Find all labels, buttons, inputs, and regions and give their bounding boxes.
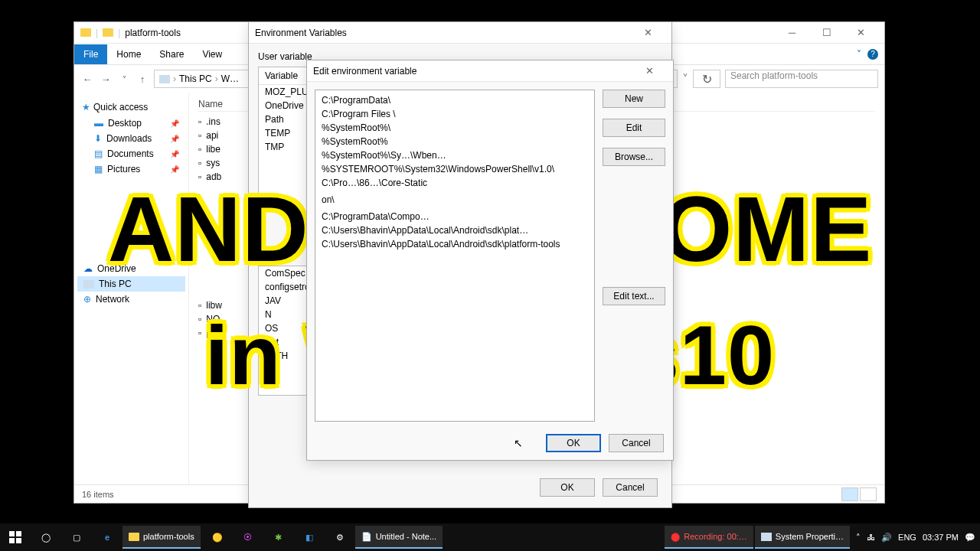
sidebar-item-documents[interactable]: ▤Documents📌	[77, 146, 185, 161]
window-title: platform-tools	[125, 28, 181, 38]
sidebar-item-downloads[interactable]: ⬇Downloads📌	[77, 131, 185, 146]
path-item[interactable]: C:\Pro…\86…\Core-Static	[315, 176, 594, 190]
path-item[interactable]: %SystemRoot%\	[315, 121, 594, 135]
ribbon-file[interactable]: File	[74, 44, 107, 64]
svg-rect-0	[9, 531, 15, 536]
close-button[interactable]: ✕	[631, 22, 665, 44]
edit-env-dialog: Edit environment variable ✕ C:\ProgramDa…	[306, 60, 674, 461]
envvars-titlebar: Environment Variables ✕	[249, 22, 671, 44]
up-button[interactable]: ↑	[136, 73, 149, 85]
ok-button[interactable]: OK	[540, 478, 595, 497]
ribbon-share[interactable]: Share	[150, 44, 193, 64]
help-icon[interactable]: ?	[867, 49, 878, 60]
svg-rect-2	[9, 538, 15, 543]
view-large-icon[interactable]	[860, 487, 877, 501]
system-tray[interactable]: ˄ 🖧 🔊 ENG 03:37 PM 💬	[851, 533, 980, 543]
taskbar-item[interactable]: 📄Untitled - Note...	[355, 526, 443, 549]
cancel-button[interactable]: Cancel	[603, 478, 658, 497]
volume-icon[interactable]: 🔊	[881, 533, 892, 543]
app-icon[interactable]: ⦿	[233, 523, 263, 551]
forward-button[interactable]: →	[99, 73, 113, 85]
edge-icon[interactable]: e	[92, 523, 122, 551]
dialog-title: Environment Variables	[255, 28, 347, 38]
path-list[interactable]: C:\ProgramData\ C:\Program Files \ %Syst…	[315, 90, 595, 422]
path-item[interactable]: C:\ProgramData\Compo…	[315, 210, 594, 223]
language-label[interactable]: ENG	[898, 533, 916, 542]
cortana-icon[interactable]: ◯	[31, 523, 61, 551]
close-button[interactable]: ✕	[844, 22, 878, 44]
edit-text-button[interactable]: Edit text...	[603, 287, 665, 305]
path-item[interactable]: C:\Program Files \	[315, 107, 594, 121]
cancel-button[interactable]: Cancel	[609, 434, 664, 452]
cursor-icon: ↖	[514, 437, 523, 455]
app-icon[interactable]: ✱	[263, 523, 294, 551]
path-item[interactable]: %SYSTEMROOT%\System32\WindowsPowerShell\…	[315, 162, 594, 176]
close-button[interactable]: ✕	[632, 60, 667, 82]
path-item[interactable]: on\	[315, 193, 594, 207]
settings-icon[interactable]: ⚙	[325, 523, 355, 551]
ribbon-view[interactable]: View	[193, 44, 231, 64]
taskbar-item[interactable]: System Properti…	[755, 526, 850, 549]
svg-rect-3	[16, 538, 21, 543]
pc-icon	[83, 280, 94, 289]
new-button[interactable]: New	[603, 90, 665, 108]
dialog-title: Edit environment variable	[313, 66, 416, 77]
app-icon[interactable]: ◧	[294, 523, 325, 551]
tray-chevron-icon[interactable]: ˄	[856, 533, 861, 543]
taskbar: ◯ ▢ e platform-tools 🟡 ⦿ ✱ ◧ ⚙ 📄Untitled…	[0, 523, 980, 551]
editenv-titlebar: Edit environment variable ✕	[307, 60, 673, 82]
clock[interactable]: 03:37 PM	[923, 533, 959, 542]
sidebar-item-network[interactable]: ⊕Network	[77, 292, 185, 307]
back-button[interactable]: ←	[80, 73, 94, 85]
edit-button[interactable]: Edit	[603, 119, 665, 137]
folder-icon	[103, 28, 113, 37]
sidebar-item-desktop[interactable]: ▬Desktop📌	[77, 116, 185, 131]
sidebar-item-thispc[interactable]: This PC	[77, 276, 185, 292]
sidebar-item-onedrive[interactable]: ☁OneDrive	[77, 261, 185, 276]
sidebar-item-pictures[interactable]: ▦Pictures📌	[77, 161, 185, 177]
taskbar-item[interactable]: platform-tools	[122, 526, 201, 549]
path-item[interactable]: C:\Users\Bhavin\AppData\Local\Android\sd…	[315, 237, 594, 251]
browse-button[interactable]: Browse...	[603, 148, 665, 166]
minimize-button[interactable]: ─	[775, 22, 809, 44]
maximize-button[interactable]: ☐	[809, 22, 844, 44]
svg-rect-1	[16, 531, 21, 536]
folder-icon	[80, 28, 91, 37]
notifications-icon[interactable]: 💬	[965, 533, 975, 543]
quick-access[interactable]: ★Quick access	[77, 99, 185, 116]
path-item[interactable]: %SystemRoot%\Sy…\Wben…	[315, 148, 594, 162]
taskbar-item-recording[interactable]: ⬤Recording: 00:…	[665, 526, 753, 549]
ribbon-home[interactable]: Home	[107, 44, 150, 64]
item-count: 16 items	[82, 490, 114, 499]
path-item[interactable]: %SystemRoot%	[315, 135, 594, 148]
chrome-icon[interactable]: 🟡	[202, 523, 233, 551]
start-button[interactable]	[0, 523, 31, 551]
pc-icon	[159, 75, 170, 83]
network-icon[interactable]: 🖧	[867, 533, 875, 542]
ok-button[interactable]: OK	[546, 434, 601, 452]
refresh-button[interactable]: ↻	[693, 70, 720, 88]
search-input[interactable]: Search platform-tools	[725, 70, 878, 88]
path-item[interactable]: C:\ProgramData\	[315, 93, 594, 107]
taskview-icon[interactable]: ▢	[61, 523, 92, 551]
path-item[interactable]: C:\Users\Bhavin\AppData\Local\Android\sd…	[315, 223, 594, 237]
view-details-icon[interactable]	[841, 487, 858, 501]
explorer-sidebar: ★Quick access ▬Desktop📌 ⬇Downloads📌 ▤Doc…	[74, 93, 189, 484]
